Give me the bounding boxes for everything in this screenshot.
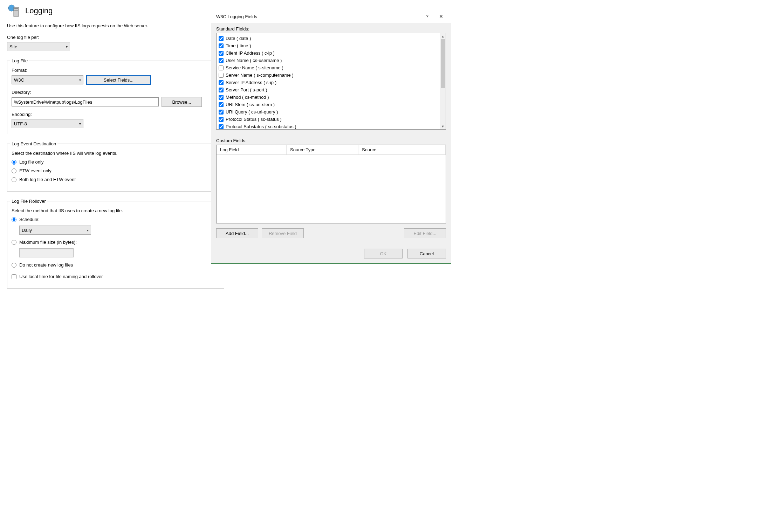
custom-fields-table[interactable]: Log Field Source Type Source — [216, 145, 446, 223]
standard-field-checkbox[interactable] — [219, 43, 224, 48]
standard-field-checkbox[interactable] — [219, 124, 224, 129]
scrollbar[interactable]: ▲ ▼ — [440, 33, 446, 129]
dialog-body: Standard Fields: Date ( date )Time ( tim… — [211, 23, 451, 263]
standard-field-label: Service Name ( s-sitename ) — [226, 65, 283, 70]
log-event-destination-group: Log Event Destination Select the destina… — [7, 141, 224, 192]
standard-field-label: URI Query ( cs-uri-query ) — [226, 109, 278, 115]
radio-both-input[interactable] — [12, 177, 16, 182]
standard-fields-listbox[interactable]: Date ( date )Time ( time )Client IP Addr… — [216, 33, 446, 130]
standard-field-label: Server Port ( s-port ) — [226, 87, 267, 92]
close-icon: ✕ — [439, 14, 443, 19]
format-value: W3C — [14, 77, 24, 83]
radio-log-file-only-input[interactable] — [12, 160, 16, 165]
standard-field-item[interactable]: URI Stem ( cs-uri-stem ) — [219, 101, 438, 108]
scroll-thumb[interactable] — [441, 39, 445, 88]
standard-field-checkbox[interactable] — [219, 110, 224, 115]
logging-icon — [7, 4, 22, 18]
select-fields-button[interactable]: Select Fields... — [86, 75, 151, 85]
standard-field-item[interactable]: Protocol Status ( sc-status ) — [219, 116, 438, 123]
standard-field-item[interactable]: Client IP Address ( c-ip ) — [219, 49, 438, 57]
one-log-file-per-dropdown[interactable]: Site ▾ — [7, 42, 70, 51]
standard-field-item[interactable]: Date ( date ) — [219, 35, 438, 42]
directory-input[interactable] — [12, 97, 159, 106]
standard-field-checkbox[interactable] — [219, 58, 224, 63]
standard-field-item[interactable]: Method ( cs-method ) — [219, 94, 438, 101]
chevron-down-icon: ▾ — [87, 228, 89, 232]
standard-fields-label: Standard Fields: — [216, 26, 446, 32]
standard-field-checkbox[interactable] — [219, 80, 224, 85]
log-event-destination-legend: Log Event Destination — [10, 141, 57, 146]
chevron-down-icon: ▾ — [66, 45, 68, 49]
col-log-field[interactable]: Log Field — [217, 145, 287, 154]
max-size-input — [19, 248, 74, 257]
log-file-group: Log File Format: W3C ▾ Select Fields... … — [7, 58, 224, 134]
log-file-legend: Log File — [10, 58, 29, 63]
radio-log-file-only[interactable]: Log file only — [12, 159, 220, 165]
log-file-rollover-legend: Log File Rollover — [10, 199, 47, 204]
standard-field-checkbox[interactable] — [219, 102, 224, 107]
schedule-dropdown[interactable]: Daily ▾ — [19, 226, 91, 235]
standard-field-item[interactable]: User Name ( cs-username ) — [219, 57, 438, 64]
standard-field-checkbox[interactable] — [219, 51, 224, 56]
help-button[interactable]: ? — [420, 12, 434, 21]
col-source[interactable]: Source — [358, 145, 446, 154]
close-button[interactable]: ✕ — [434, 12, 448, 21]
custom-fields-label: Custom Fields: — [216, 138, 446, 143]
w3c-logging-fields-dialog: W3C Logging Fields ? ✕ Standard Fields: … — [211, 10, 451, 264]
one-log-file-per-label: One log file per: — [7, 35, 224, 40]
standard-field-item[interactable]: Server Port ( s-port ) — [219, 86, 438, 94]
scroll-down-icon[interactable]: ▼ — [440, 123, 446, 129]
one-log-file-per-value: Site — [9, 44, 17, 49]
radio-schedule[interactable]: Schedule: — [12, 217, 220, 222]
checkbox-local-time[interactable]: Use local time for file naming and rollo… — [12, 274, 220, 279]
page-header: Logging — [7, 4, 224, 18]
radio-schedule-input[interactable] — [12, 217, 16, 222]
radio-etw-only-input[interactable] — [12, 168, 16, 173]
standard-field-label: Time ( time ) — [226, 43, 251, 48]
radio-etw-only[interactable]: ETW event only — [12, 168, 220, 173]
standard-field-item[interactable]: Service Name ( s-sitename ) — [219, 64, 438, 71]
col-source-type[interactable]: Source Type — [287, 145, 358, 154]
standard-field-checkbox[interactable] — [219, 73, 224, 78]
svg-rect-2 — [14, 8, 18, 9]
dialog-titlebar[interactable]: W3C Logging Fields ? ✕ — [211, 10, 451, 23]
standard-field-checkbox[interactable] — [219, 88, 224, 92]
standard-field-item[interactable]: Server Name ( s-computername ) — [219, 71, 438, 79]
radio-no-new[interactable]: Do not create new log files — [12, 262, 220, 268]
standard-field-label: Method ( cs-method ) — [226, 95, 269, 100]
dialog-title: W3C Logging Fields — [216, 14, 420, 19]
standard-field-checkbox[interactable] — [219, 95, 224, 100]
standard-field-checkbox[interactable] — [219, 117, 224, 122]
remove-field-button: Remove Field — [262, 228, 304, 238]
radio-no-new-input[interactable] — [12, 263, 16, 268]
standard-field-label: Date ( date ) — [226, 36, 251, 41]
cancel-button[interactable]: Cancel — [407, 249, 446, 258]
add-field-button[interactable]: Add Field... — [216, 228, 258, 238]
radio-both[interactable]: Both log file and ETW event — [12, 177, 220, 182]
standard-field-label: Protocol Status ( sc-status ) — [226, 117, 282, 122]
standard-field-item[interactable]: URI Query ( cs-uri-query ) — [219, 108, 438, 116]
ok-button[interactable]: OK — [364, 249, 403, 258]
standard-field-checkbox[interactable] — [219, 65, 224, 70]
page-title: Logging — [25, 6, 53, 15]
chevron-down-icon: ▾ — [79, 78, 81, 82]
encoding-dropdown[interactable]: UTF-8 ▾ — [12, 119, 83, 128]
standard-field-label: URI Stem ( cs-uri-stem ) — [226, 102, 275, 107]
browse-button[interactable]: Browse... — [162, 97, 202, 107]
standard-field-item[interactable]: Server IP Address ( s-ip ) — [219, 79, 438, 86]
standard-field-item[interactable]: Time ( time ) — [219, 42, 438, 49]
table-header: Log Field Source Type Source — [217, 145, 446, 155]
standard-fields-container: Date ( date )Time ( time )Client IP Addr… — [217, 33, 440, 129]
standard-field-checkbox[interactable] — [219, 36, 224, 41]
radio-max-size-input[interactable] — [12, 240, 16, 245]
format-dropdown[interactable]: W3C ▾ — [12, 75, 83, 84]
standard-field-item[interactable]: Protocol Substatus ( sc-substatus ) — [219, 123, 438, 129]
format-label: Format: — [12, 68, 220, 73]
radio-max-size[interactable]: Maximum file size (in bytes): — [12, 240, 220, 245]
checkbox-local-time-input[interactable] — [12, 274, 16, 279]
scroll-up-icon[interactable]: ▲ — [440, 33, 446, 39]
log-file-rollover-group: Log File Rollover Select the method that… — [7, 199, 224, 289]
directory-label: Directory: — [12, 90, 220, 95]
page-description: Use this feature to configure how IIS lo… — [7, 23, 224, 28]
table-body — [217, 155, 446, 223]
